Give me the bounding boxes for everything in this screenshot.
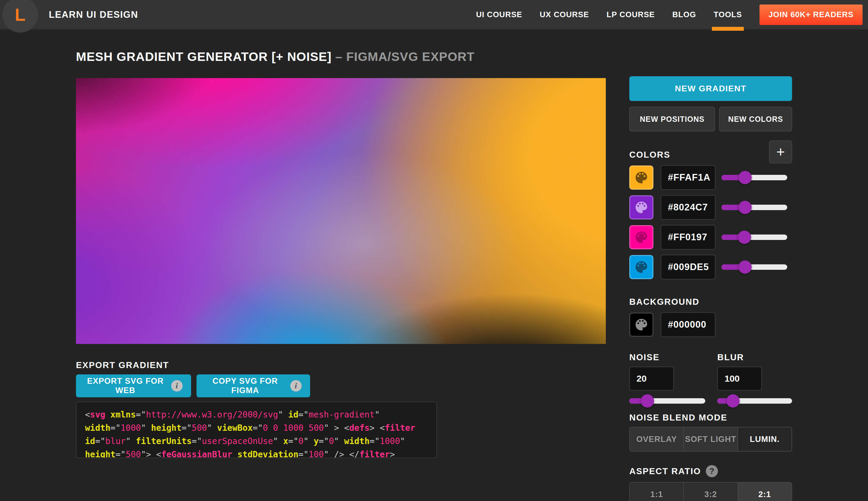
noise-blend-mode-segmented: OVERLAY SOFT LIGHT LUMIN. [629, 427, 792, 451]
blur-column: BLUR [717, 352, 792, 407]
palette-icon [634, 260, 648, 274]
new-positions-button[interactable]: NEW POSITIONS [629, 107, 715, 131]
color-influence-slider[interactable] [721, 201, 787, 214]
top-nav-bar: L LEARN UI DESIGN UI COURSE UX COURSE LP… [0, 0, 868, 29]
color-row [629, 255, 792, 279]
color-influence-slider[interactable] [721, 231, 787, 244]
export-buttons-row: EXPORT SVG FOR WEB i COPY SVG FOR FIGMA … [76, 374, 437, 397]
palette-icon [634, 171, 648, 184]
page-title-main: MESH GRADIENT GENERATOR [+ NOISE] [76, 50, 335, 64]
color-hex-input[interactable] [661, 165, 716, 190]
background-swatch-button[interactable] [629, 312, 653, 337]
color-row [629, 165, 792, 190]
blur-label: BLUR [717, 352, 792, 362]
background-hex-input[interactable] [661, 312, 716, 337]
nav-item-ui-course[interactable]: UI COURSE [476, 0, 522, 29]
blend-option-soft-light[interactable]: SOFT LIGHT [684, 427, 738, 451]
palette-icon [634, 230, 648, 244]
slider-thumb[interactable] [738, 201, 752, 214]
nav-item-tools[interactable]: TOOLS [714, 0, 742, 29]
svg-code-block: <svg xmlns="http://www.w3.org/2000/svg" … [76, 402, 437, 458]
blur-slider[interactable] [717, 394, 792, 407]
aspect-ratio-header: ASPECT RATIO ? [629, 465, 792, 477]
aspect-option-1-1[interactable]: 1:1 [630, 483, 684, 501]
gradient-preview-canvas [76, 78, 606, 344]
noise-blend-mode-label: NOISE BLEND MODE [629, 413, 792, 423]
new-colors-button[interactable]: NEW COLORS [719, 107, 792, 131]
join-readers-button[interactable]: JOIN 60K+ READERS [760, 4, 862, 25]
copy-svg-figma-label: COPY SVG FOR FIGMA [205, 376, 286, 395]
blend-option-luminosity[interactable]: LUMIN. [738, 427, 791, 451]
noise-label: NOISE [629, 352, 705, 362]
colors-header: COLORS + [629, 131, 792, 165]
logo-letter-icon: L [15, 6, 25, 23]
noise-texture-overlay [76, 78, 606, 344]
aspect-ratio-label: ASPECT RATIO [629, 466, 701, 476]
color-swatch-button[interactable] [629, 255, 653, 279]
slider-thumb[interactable] [726, 394, 740, 407]
help-icon[interactable]: ? [706, 465, 718, 477]
nav-item-ux-course[interactable]: UX COURSE [540, 0, 589, 29]
export-svg-web-button[interactable]: EXPORT SVG FOR WEB i [76, 374, 191, 397]
new-gradient-button[interactable]: NEW GRADIENT [629, 76, 792, 101]
color-swatch-button[interactable] [629, 195, 653, 220]
color-swatch-button[interactable] [629, 225, 653, 249]
slider-thumb[interactable] [641, 394, 654, 407]
copy-svg-figma-button[interactable]: COPY SVG FOR FIGMA i [196, 374, 310, 397]
controls-panel: NEW GRADIENT NEW POSITIONS NEW COLORS CO… [629, 76, 792, 501]
background-row [629, 312, 792, 337]
export-section: EXPORT GRADIENT EXPORT SVG FOR WEB i COP… [76, 360, 437, 458]
slider-thumb[interactable] [738, 171, 752, 184]
page-title: MESH GRADIENT GENERATOR [+ NOISE] – FIGM… [76, 50, 475, 64]
color-hex-input[interactable] [661, 225, 716, 249]
info-icon[interactable]: i [171, 380, 183, 392]
page-title-suffix: – FIGMA/SVG EXPORT [335, 50, 475, 64]
nav-item-lp-course[interactable]: LP COURSE [607, 0, 655, 29]
aspect-ratio-segmented: 1:1 3:2 2:1 [629, 482, 792, 501]
gradient-variants-row: NEW POSITIONS NEW COLORS [629, 107, 792, 131]
noise-slider[interactable] [629, 394, 705, 407]
color-swatch-button[interactable] [629, 166, 653, 190]
primary-nav: UI COURSE UX COURSE LP COURSE BLOG TOOLS… [476, 0, 862, 29]
site-logo[interactable]: L [2, 0, 38, 33]
color-influence-slider[interactable] [721, 171, 787, 184]
add-color-button[interactable]: + [769, 140, 792, 163]
colors-label: COLORS [629, 150, 670, 160]
background-label: BACKGROUND [629, 297, 792, 307]
aspect-option-2-1[interactable]: 2:1 [738, 483, 791, 501]
color-influence-slider[interactable] [721, 260, 787, 274]
app-root: L LEARN UI DESIGN UI COURSE UX COURSE LP… [0, 0, 868, 501]
palette-icon [634, 318, 648, 332]
color-hex-input[interactable] [661, 255, 716, 279]
aspect-option-3-2[interactable]: 3:2 [684, 483, 738, 501]
info-icon[interactable]: i [290, 380, 302, 392]
blend-option-overlay[interactable]: OVERLAY [630, 427, 684, 451]
slider-thumb[interactable] [738, 260, 752, 274]
slider-thumb[interactable] [738, 231, 751, 244]
nav-item-blog[interactable]: BLOG [672, 0, 696, 29]
export-svg-web-label: EXPORT SVG FOR WEB [84, 376, 167, 395]
color-row [629, 225, 792, 249]
noise-value-input[interactable] [629, 366, 674, 391]
export-gradient-label: EXPORT GRADIENT [76, 360, 437, 370]
noise-column: NOISE [629, 352, 705, 407]
color-row [629, 195, 792, 220]
noise-blur-columns: NOISE BLUR [629, 352, 792, 407]
color-hex-input[interactable] [661, 195, 716, 220]
palette-icon [634, 201, 648, 214]
brand-title[interactable]: LEARN UI DESIGN [49, 9, 138, 20]
blur-value-input[interactable] [717, 366, 762, 391]
